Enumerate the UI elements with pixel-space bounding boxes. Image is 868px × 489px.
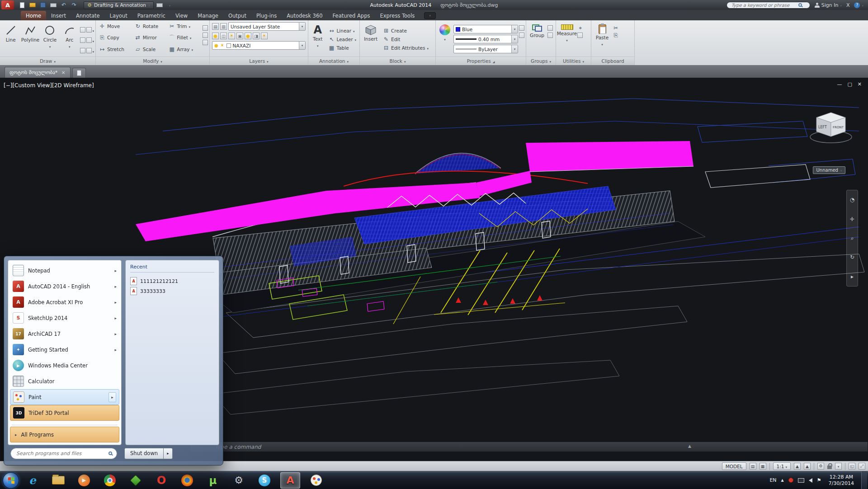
group-button[interactable]: Group [528,22,547,56]
autocad-app-menu-button[interactable]: A [1,0,14,9]
shutdown-options-button[interactable]: ▸ [164,448,173,459]
status-overflow-button[interactable] [835,463,842,470]
tab-autodesk360[interactable]: Autodesk 360 [282,11,327,20]
ungroup-button[interactable] [547,25,553,31]
clean-screen-button[interactable]: ⤢ [859,463,865,470]
tab-express-tools[interactable]: Express Tools [375,11,420,20]
color-dropdown[interactable]: Blue [453,25,518,33]
edit-attributes-button[interactable]: ⊟Edit Attributes [381,43,430,52]
tab-parametric[interactable]: Parametric [132,11,170,20]
layer-thaw-button[interactable]: ☀ [261,33,268,39]
insert-block-button[interactable]: Insert [361,22,380,56]
measure-button[interactable]: Measure [557,22,576,56]
layers-panel-label[interactable]: Layers [210,56,308,65]
shutdown-button[interactable]: Shut down [124,448,164,459]
antivirus-tray-icon[interactable] [788,478,793,483]
orbit-icon[interactable]: ↻ [850,254,854,260]
tab-layout[interactable]: Layout [105,11,132,20]
start-item-sketchup[interactable]: SSketchUp 2014▸ [10,310,119,326]
draw-tool-row[interactable] [80,46,94,55]
start-item-getting-started[interactable]: ✦Getting Started▸ [10,342,119,357]
keyword-search-input[interactable] [731,2,798,8]
table-button[interactable]: ▦Table [326,43,358,52]
start-item-notepad[interactable]: Notepad▸ [10,263,119,278]
text-button[interactable]: A Text [310,22,326,56]
id-point-button[interactable]: ⌖ [577,25,584,31]
draw-tool-row[interactable] [80,25,94,34]
infocenter-search[interactable] [726,2,810,9]
save-button[interactable] [38,1,47,9]
create-block-button[interactable]: ⊞Create [381,26,430,35]
move-button[interactable]: ✛Move [97,22,133,30]
layer-match-button[interactable]: ▥ [220,23,227,30]
command-line[interactable]: Type a command ▲ [190,442,868,452]
all-programs-button[interactable]: ▸All Programs [10,427,119,442]
recent-file[interactable]: A33333333 [130,286,214,296]
undo-button[interactable]: ↶ [59,1,68,9]
annotation-scale-button[interactable]: 1:1 [773,462,791,470]
language-indicator[interactable]: EN [769,477,776,483]
tab-manage[interactable]: Manage [193,11,223,20]
minimize-icon[interactable]: — [837,81,842,87]
tab-output[interactable]: Output [223,11,251,20]
toolbar-lock-icon[interactable] [827,465,832,469]
polyline-button[interactable]: Polyline [21,22,39,56]
array-button[interactable]: ▦Array [167,45,202,53]
taskbar-firefox[interactable] [177,472,197,489]
line-button[interactable]: Line [1,22,20,56]
tab-plugins[interactable]: Plug-ins [251,11,282,20]
zoom-icon[interactable]: ⌕ [851,235,854,241]
linetype-dropdown[interactable]: ByLayer [453,45,518,53]
taskbar-mediaget[interactable] [126,472,146,489]
edit-block-button[interactable]: ✎Edit [381,35,430,43]
layer-lock-button[interactable]: ▣ [236,33,243,39]
copy-clip-button[interactable]: ⎘ [613,33,619,38]
clipboard-panel-label[interactable]: Clipboard [591,56,634,65]
lineweight-dropdown[interactable]: 0.40 mm [453,35,518,43]
drawing-tab[interactable]: ფოტოს მოცულობა* × [5,67,71,78]
tab-featured-apps[interactable]: Featured Apps [328,11,375,20]
group-edit-button[interactable] [547,33,553,38]
object-color-button[interactable] [437,22,453,56]
help-button[interactable]: ? [854,2,863,8]
viewport-controls-label[interactable]: [−][Custom View][2D Wireframe] [4,82,94,89]
tab-insert[interactable]: Insert [46,11,71,20]
taskbar-paint[interactable] [306,472,326,489]
block-panel-label[interactable]: Block [360,56,435,65]
copy-button[interactable]: ⎘Copy [97,33,133,42]
restore-icon[interactable]: ▢ [847,81,852,87]
quick-select-button[interactable] [577,33,584,38]
qat-customize-button[interactable] [165,1,175,9]
quick-view-drawings-button[interactable]: ▦ [760,463,766,470]
trim-button[interactable]: ✂Trim [167,22,202,30]
tab-annotate[interactable]: Annotate [71,11,105,20]
taskbar-file-explorer[interactable] [48,472,68,489]
plot-button[interactable] [49,1,58,9]
sign-in-button[interactable]: Sign In [815,2,842,8]
match-properties-button[interactable] [519,25,524,31]
view-cube[interactable]: LEFT FRONT [810,113,852,143]
layer-on-button[interactable]: ● [245,33,251,39]
taskbar-opera[interactable]: O [151,472,171,489]
show-desktop-button[interactable] [861,471,867,489]
volume-icon[interactable] [809,478,812,483]
start-item-paint[interactable]: Paint▸ [10,389,119,405]
layer-properties-button[interactable]: ▤ [212,23,219,30]
layer-isolate-button[interactable]: ◫ [220,33,227,39]
network-icon[interactable] [798,478,804,483]
start-item-archicad[interactable]: 17ArchiCAD 17▸ [10,326,119,342]
stretch-button[interactable]: ↦Stretch [97,45,133,53]
layer-unisolate-button[interactable]: ◨ [253,33,259,39]
navigation-bar[interactable]: ◔ ✛ ⌕ ↻ ▸ [846,190,858,287]
utilities-panel-label[interactable]: Utilities [556,56,591,65]
start-item-tridef[interactable]: 3DTriDef 3D Portal [10,405,119,421]
properties-list-button[interactable] [519,33,524,38]
taskbar-chrome[interactable] [100,472,120,489]
autoscale-button[interactable]: ▲ [804,463,811,470]
object-isolate-button[interactable]: ◱ [849,463,855,470]
annotation-panel-label[interactable]: Annotation [308,56,359,65]
draw-panel-label[interactable]: Draw [0,56,95,65]
showmotion-icon[interactable]: ▸ [851,273,854,280]
taskbar-skype[interactable]: S [255,472,274,489]
exchange-apps-button[interactable]: X [846,2,850,8]
